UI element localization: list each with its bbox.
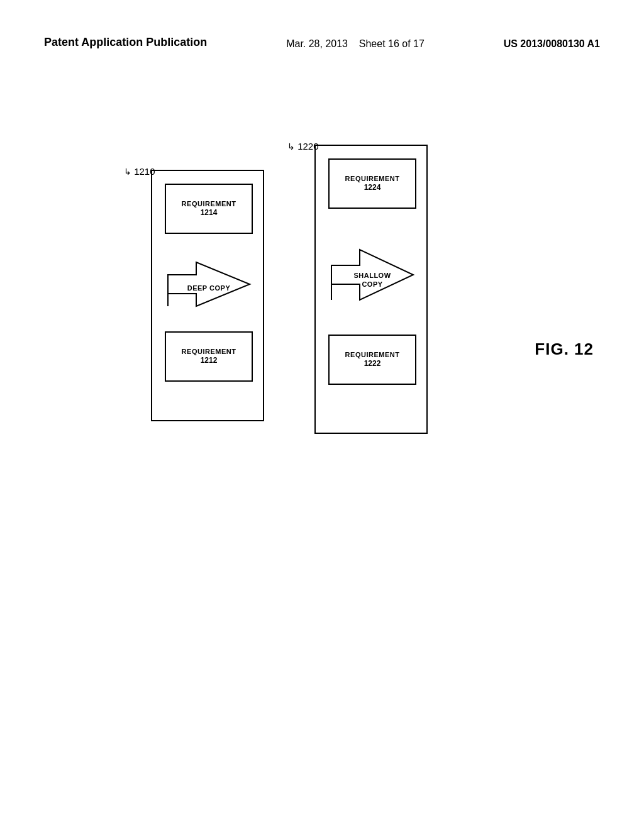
req-1222-box: REQUIREMENT 1222 bbox=[328, 335, 416, 385]
shallow-copy-container: SHALLOW COPY bbox=[325, 243, 419, 306]
diagram-container: ↳ 1210 REQUIREMENT 1214 DEEP COPY REQUIR… bbox=[75, 170, 553, 484]
publication-title: Patent Application Publication bbox=[44, 36, 207, 48]
header-sheet: Sheet 16 of 17 bbox=[359, 38, 425, 49]
label-1210: ↳ 1210 bbox=[124, 166, 155, 177]
req-1222-num: 1222 bbox=[364, 359, 381, 369]
container-1210: ↳ 1210 REQUIREMENT 1214 DEEP COPY REQUIR… bbox=[151, 170, 264, 421]
req-1224-text: REQUIREMENT bbox=[345, 174, 400, 183]
label-1220: ↳ 1220 bbox=[287, 141, 319, 152]
req-1224-num: 1224 bbox=[364, 183, 381, 193]
header-date: Mar. 28, 2013 bbox=[286, 38, 348, 49]
req-1222-text: REQUIREMENT bbox=[345, 350, 400, 359]
shallow-copy-label-1: SHALLOW bbox=[353, 272, 391, 279]
deep-copy-arrow-svg: DEEP COPY bbox=[162, 256, 256, 313]
container-1220: ↳ 1220 REQUIREMENT 1224 SHALLOW COPY REQ… bbox=[314, 145, 428, 434]
shallow-copy-arrow-svg: SHALLOW COPY bbox=[325, 243, 419, 306]
deep-copy-container: DEEP COPY bbox=[162, 256, 256, 313]
page-header: Patent Application Publication Mar. 28, … bbox=[0, 0, 644, 64]
req-1214-num: 1214 bbox=[201, 208, 218, 218]
patent-number: US 2013/0080130 A1 bbox=[504, 38, 600, 49]
req-1212-num: 1212 bbox=[201, 356, 218, 366]
header-center: Mar. 28, 2013 Sheet 16 of 17 bbox=[286, 35, 425, 51]
req-1214-text: REQUIREMENT bbox=[182, 199, 236, 208]
header-date-sheet: Mar. 28, 2013 Sheet 16 of 17 bbox=[286, 37, 425, 51]
req-1212-box: REQUIREMENT 1212 bbox=[165, 331, 253, 382]
figure-label: FIG. 12 bbox=[535, 340, 594, 359]
figure-label-container: FIG. 12 bbox=[535, 340, 594, 359]
header-left: Patent Application Publication bbox=[44, 35, 207, 50]
req-1212-text: REQUIREMENT bbox=[182, 347, 236, 356]
deep-copy-label: DEEP COPY bbox=[187, 284, 231, 292]
req-1224-box: REQUIREMENT 1224 bbox=[328, 158, 416, 209]
shallow-copy-label-2: COPY bbox=[362, 280, 382, 288]
header-right: US 2013/0080130 A1 bbox=[504, 35, 600, 51]
req-1214-box: REQUIREMENT 1214 bbox=[165, 184, 253, 234]
